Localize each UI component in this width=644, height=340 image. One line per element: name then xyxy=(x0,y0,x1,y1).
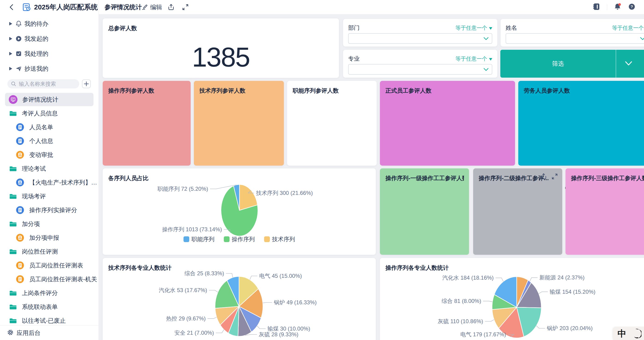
pie-slice-label: 安全 21 (7.00%) xyxy=(174,329,214,336)
filter-submit-button[interactable]: 筛选 xyxy=(500,50,644,78)
app-backend-button[interactable]: 应用后台 xyxy=(0,325,98,340)
play-icon xyxy=(15,35,22,42)
filter-operator[interactable]: 等于任意一个 xyxy=(456,55,492,63)
major-select[interactable] xyxy=(348,64,492,75)
name-select[interactable] xyxy=(506,33,644,44)
pie-slice-label: 汽化水 184 (18.16%) xyxy=(442,274,494,281)
legend-item[interactable]: 操作序列 xyxy=(224,235,255,243)
help-icon: ? xyxy=(628,3,636,11)
folder-icon xyxy=(9,165,17,172)
sidebar-item-系统联动表单[interactable]: 系统联动表单 xyxy=(5,300,94,313)
document-icon xyxy=(16,137,24,145)
folder-icon xyxy=(9,220,17,227)
filter-operator[interactable]: 等于任意一个 xyxy=(456,25,492,32)
ime-mode-indicator[interactable]: 中 xyxy=(618,328,626,339)
chevron-down-icon xyxy=(640,37,644,40)
legend-item[interactable]: 技术序列 xyxy=(264,235,295,243)
legend-item[interactable]: 职能序列 xyxy=(184,235,214,243)
notebook-button[interactable] xyxy=(592,3,600,12)
ime-toolbar[interactable]: 中 xyxy=(613,327,644,340)
folder-icon xyxy=(9,303,17,310)
divider xyxy=(136,4,136,10)
export-icon xyxy=(168,4,174,11)
stat-card: 操作序列-二级操作工参评...434 xyxy=(473,168,562,255)
clipboard-icon xyxy=(16,178,24,187)
expander-caret-icon[interactable] xyxy=(9,22,12,26)
sidebar-search[interactable] xyxy=(7,79,79,89)
fullscreen-icon xyxy=(182,4,189,11)
sidebar-item-上岗条件评分[interactable]: 上岗条件评分 xyxy=(5,286,94,300)
sidebar-item-label: 岗位胜任评测 xyxy=(22,248,58,256)
plus-icon xyxy=(84,81,89,86)
sidebar-item-send[interactable]: 抄送我的 xyxy=(0,62,98,75)
sidebar-item-员工岗位胜任评测表机[interactable]: 员工岗位胜任评测表-机关 xyxy=(5,272,94,286)
sidebar-item-bell[interactable]: 我的待办 xyxy=(0,17,98,31)
label-line xyxy=(485,320,494,321)
stat-card-title: 操作序列参评人数 xyxy=(108,87,154,95)
department-select[interactable] xyxy=(348,33,492,44)
sidebar-item-变动审批[interactable]: 变动审批 xyxy=(5,148,94,161)
sidebar-item-label: 参评情况统计 xyxy=(22,96,58,104)
folder-icon xyxy=(9,317,17,324)
task-icon xyxy=(15,50,22,58)
sidebar: 2025年人岗匹配系统 我的待办我发起的我处理的抄送我的 参评情况统计考评人员信… xyxy=(0,0,99,340)
add-button[interactable] xyxy=(82,80,91,88)
expander-caret-icon[interactable] xyxy=(9,37,12,41)
stat-card-title: 操作序列-二级操作工参评... xyxy=(479,174,549,182)
sidebar-item-参评情况统计[interactable]: 参评情况统计 xyxy=(5,93,94,106)
chevron-down-icon[interactable] xyxy=(625,61,632,67)
filter-card-major: 专业 等于任意一个 xyxy=(343,50,497,78)
search-input[interactable] xyxy=(18,81,74,87)
edit-label: 编辑 xyxy=(150,3,162,11)
ime-crescent-icon[interactable] xyxy=(632,328,642,338)
filter-operator[interactable]: 等于任意一个 xyxy=(612,25,644,32)
pie-slice-label: 新能源 24 (2.37%) xyxy=(540,274,584,281)
back-button[interactable] xyxy=(8,4,15,11)
svg-text:?: ? xyxy=(631,5,633,9)
stat-card-title: 技术序列参评人数 xyxy=(200,87,246,95)
sidebar-item-加分项[interactable]: 加分项 xyxy=(5,217,94,231)
export-button[interactable] xyxy=(168,0,174,14)
sidebar-item-考评人员信息[interactable]: 考评人员信息 xyxy=(5,107,94,120)
sidebar-item-个人信息[interactable]: 个人信息 xyxy=(5,134,94,148)
sidebar-item-人员名单[interactable]: 人员名单 xyxy=(5,121,94,134)
sidebar-item-task[interactable]: 我处理的 xyxy=(0,47,98,60)
clipboard-icon xyxy=(16,178,24,187)
label-line xyxy=(536,326,545,328)
expander-caret-icon[interactable] xyxy=(9,52,12,56)
doc-icon xyxy=(16,123,24,132)
edit-button[interactable]: 编辑 xyxy=(141,0,162,14)
clipboard-icon xyxy=(16,150,24,159)
folder-icon xyxy=(9,317,17,324)
sidebar-item-理论考试[interactable]: 理论考试 xyxy=(5,162,94,175)
sidebar-item-label: 抄送我的 xyxy=(24,65,48,73)
sidebar-item-label: 上岗条件评分 xyxy=(22,289,58,297)
sidebar-item-play[interactable]: 我发起的 xyxy=(0,32,98,45)
help-button[interactable]: ? xyxy=(628,3,636,12)
sidebar-item-label: 员工岗位胜任评测表-机关 xyxy=(29,275,97,283)
folder-icon xyxy=(9,303,17,310)
expander-caret-icon[interactable] xyxy=(9,67,12,71)
notifications-button[interactable] xyxy=(614,3,622,12)
folder-icon xyxy=(9,110,17,117)
doc-icon xyxy=(16,275,24,283)
pencil-icon xyxy=(141,4,148,10)
sidebar-item-火电生产技术序列20[interactable]: 【火电生产-技术序列】202... xyxy=(5,176,94,189)
pie-slice-label: 锅炉 49 (16.33%) xyxy=(274,299,316,306)
sidebar-item-员工岗位胜任评测表[interactable]: 员工岗位胜任评测表 xyxy=(5,259,94,272)
sidebar-item-岗位胜任评测[interactable]: 岗位胜任评测 xyxy=(5,245,94,258)
sidebar-item-操作序列实操评分[interactable]: 操作序列实操评分 xyxy=(5,203,94,217)
doc-icon xyxy=(16,137,24,145)
sidebar-item-label: 加分项 xyxy=(22,220,40,228)
notebook-icon xyxy=(592,3,600,11)
sidebar-item-label: 个人信息 xyxy=(29,137,53,145)
sidebar-item-加分项申报[interactable]: 加分项申报 xyxy=(5,231,94,244)
sidebar-item-label: 【火电生产-技术序列】202... xyxy=(29,179,98,187)
folder-icon xyxy=(9,248,17,255)
export-icon[interactable] xyxy=(540,173,547,181)
topbar: 参评情况统计 编辑 ? xyxy=(98,0,644,15)
fullscreen-button[interactable] xyxy=(182,0,189,14)
sidebar-item-现场考评[interactable]: 现场考评 xyxy=(5,190,94,203)
pie-slice-label: 电气 179 (17.67%) xyxy=(460,331,506,338)
expand-icon[interactable] xyxy=(551,173,558,181)
